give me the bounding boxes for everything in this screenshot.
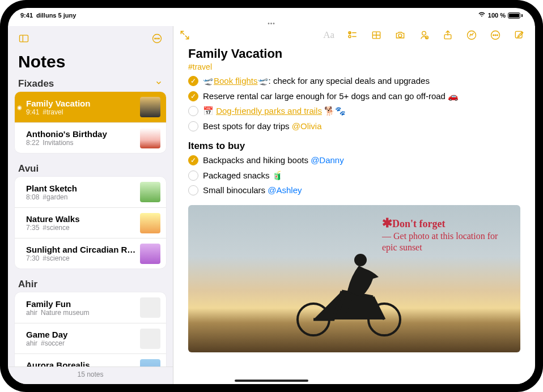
- lock-button[interactable]: [418, 29, 430, 41]
- note-title[interactable]: Family Vacation: [188, 46, 520, 61]
- format-button[interactable]: Aa: [323, 29, 334, 41]
- compose-button[interactable]: [514, 29, 525, 41]
- section-header[interactable]: Ahir: [8, 275, 173, 292]
- notes-sidebar: Notes Fixades◉Family Vacation9:41#travel…: [8, 26, 173, 384]
- svg-rect-0: [20, 35, 28, 42]
- note-editor: Aa Family Vacation #travel ✓🛫Book flight…: [173, 26, 535, 384]
- checklist-button[interactable]: [347, 29, 358, 41]
- svg-point-13: [398, 34, 402, 37]
- editor-toolbar: Aa: [173, 26, 535, 44]
- wifi-icon: [478, 12, 486, 19]
- checklist-item[interactable]: ✓Backpacks and hiking boots @Danny: [188, 154, 520, 167]
- note-thumbnail: [140, 329, 160, 349]
- camera-button[interactable]: [394, 29, 406, 41]
- screen: 9:41 dilluns 5 juny 100 % ••• Notes: [8, 8, 535, 384]
- note-attachment-image[interactable]: ✱Don't forget — Get photo at this locati…: [188, 205, 520, 352]
- ipad-frame: 9:41 dilluns 5 juny 100 % ••• Notes: [0, 0, 543, 392]
- cyclist-silhouette: [288, 240, 413, 336]
- multitask-control[interactable]: •••: [8, 20, 535, 26]
- checkbox[interactable]: ✓: [188, 76, 198, 86]
- battery-icon: [508, 12, 523, 19]
- share-button[interactable]: [442, 29, 453, 41]
- fullscreen-button[interactable]: [179, 29, 190, 41]
- pin-icon: ◉: [17, 104, 24, 110]
- battery-pct: 100 %: [488, 12, 506, 19]
- checklist-item[interactable]: Packaged snacks 🧃: [188, 169, 520, 182]
- chevron-down-icon: [155, 78, 163, 90]
- status-date: dilluns 5 juny: [36, 12, 76, 19]
- markup-button[interactable]: [466, 29, 477, 41]
- note-list-item[interactable]: Anthonio's Birthday8:22Invitations: [15, 122, 166, 153]
- note-list-item[interactable]: Game Dayahir#soccer: [15, 323, 166, 353]
- editor-more-button[interactable]: [490, 29, 501, 41]
- note-thumbnail: [140, 213, 160, 233]
- note-hashtag[interactable]: #travel: [188, 62, 520, 71]
- note-link[interactable]: Book flights: [214, 76, 258, 86]
- section-header[interactable]: Avui: [8, 160, 173, 177]
- note-list-item[interactable]: Aurora BorealisahirCollisions with oxyge…: [15, 353, 166, 367]
- section-header[interactable]: Fixades: [8, 75, 173, 92]
- handwritten-annotation: ✱Don't forget — Get photo at this locati…: [382, 215, 507, 254]
- svg-point-14: [422, 31, 426, 35]
- checkbox[interactable]: ✓: [188, 155, 198, 165]
- checkbox[interactable]: [188, 171, 198, 181]
- note-list-item[interactable]: Sunlight and Circadian Rhy…7:30#science: [15, 238, 166, 269]
- checklist-item[interactable]: Best spots for day trips @Olivia: [188, 120, 520, 133]
- checklist-item[interactable]: ✓🛫Book flights🛫: check for any special d…: [188, 75, 520, 88]
- svg-point-5: [159, 38, 160, 39]
- mention[interactable]: @Ashley: [268, 185, 302, 195]
- note-thumbnail: [140, 297, 160, 318]
- svg-point-19: [493, 35, 494, 36]
- svg-point-3: [155, 38, 156, 39]
- multitask-dots-icon: •••: [268, 20, 275, 26]
- checklist-item[interactable]: Small binoculars @Ashley: [188, 184, 520, 197]
- svg-point-21: [497, 35, 498, 36]
- note-thumbnail: [140, 97, 160, 117]
- svg-point-8: [349, 35, 351, 37]
- note-thumbnail: [140, 359, 160, 367]
- sidebar-toggle-button[interactable]: [16, 31, 32, 46]
- note-thumbnail: [140, 128, 160, 148]
- svg-point-4: [156, 38, 158, 39]
- svg-point-20: [495, 35, 496, 36]
- note-subheading[interactable]: Items to buy: [188, 140, 520, 152]
- note-list-item[interactable]: Plant Sketch8:08#garden: [15, 177, 166, 207]
- note-thumbnail: [140, 182, 160, 202]
- checklist-item[interactable]: ✓Reserve rental car large enough for 5+ …: [188, 90, 520, 103]
- checkbox[interactable]: ✓: [188, 91, 198, 101]
- note-list-item[interactable]: Nature Walks7:35#science: [15, 207, 166, 238]
- note-list-item[interactable]: Family FunahirNature museum: [15, 292, 166, 323]
- checkbox[interactable]: [188, 185, 198, 195]
- sidebar-footer: 15 notes: [8, 367, 173, 384]
- note-thumbnail: [140, 244, 160, 264]
- status-bar: 9:41 dilluns 5 juny 100 %: [8, 8, 535, 20]
- table-button[interactable]: [371, 29, 382, 41]
- checkbox[interactable]: [188, 121, 198, 131]
- note-link[interactable]: Dog-friendly parks and trails: [216, 106, 322, 116]
- note-list-item[interactable]: ◉Family Vacation9:41#travel: [15, 92, 166, 122]
- home-indicator[interactable]: [235, 380, 308, 382]
- sidebar-title: Notes: [8, 51, 173, 75]
- svg-point-25: [354, 254, 367, 266]
- status-time: 9:41: [20, 12, 33, 19]
- checkbox[interactable]: [188, 106, 198, 116]
- mention[interactable]: @Danny: [311, 155, 344, 165]
- mention[interactable]: @Olivia: [292, 121, 322, 131]
- checklist-item[interactable]: 📅 Dog-friendly parks and trails 🐕🐾: [188, 105, 520, 118]
- sidebar-more-button[interactable]: [149, 31, 165, 46]
